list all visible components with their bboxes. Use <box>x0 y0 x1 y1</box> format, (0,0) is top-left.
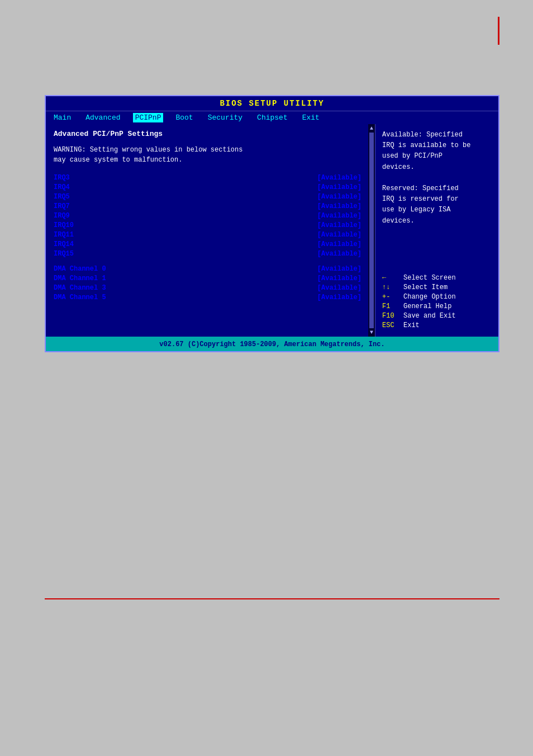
warning-line2: may cause system to malfunction. <box>54 156 182 164</box>
irq9-label: IRQ9 <box>54 212 70 220</box>
help-line-6: IRQ is reserved for <box>382 195 459 203</box>
scroll-up-arrow[interactable]: ▲ <box>370 125 373 131</box>
irq5-row[interactable]: IRQ5 [Available] <box>54 193 367 201</box>
irq11-value: [Available] <box>317 231 361 239</box>
irq-settings-group: IRQ3 [Available] IRQ4 [Available] IRQ5 [… <box>54 174 367 258</box>
help-description: Available: Specified IRQ is available to… <box>382 130 492 226</box>
menu-item-boot[interactable]: Boot <box>173 113 195 122</box>
key-desc-select-item: Select Item <box>403 284 448 291</box>
help-line-1: Available: Specified <box>382 131 463 139</box>
key-save-exit: F10 Save and Exit <box>382 312 492 320</box>
irq5-value: [Available] <box>317 193 361 201</box>
dma0-value: [Available] <box>317 265 361 273</box>
irq9-value: [Available] <box>317 212 361 220</box>
menu-item-security[interactable]: Security <box>206 113 245 122</box>
key-desc-save-exit: Save and Exit <box>403 312 456 320</box>
dma3-value: [Available] <box>317 284 361 292</box>
dma3-label: DMA Channel 3 <box>54 284 106 292</box>
irq4-label: IRQ4 <box>54 183 70 191</box>
key-desc-general-help: General Help <box>403 303 451 310</box>
menu-item-chipset[interactable]: Chipset <box>255 113 290 122</box>
irq3-label: IRQ3 <box>54 174 70 182</box>
main-content: Advanced PCI/PnP Settings WARNING: Setti… <box>46 124 498 337</box>
dma0-label: DMA Channel 0 <box>54 265 106 273</box>
dma5-value: [Available] <box>317 294 361 301</box>
irq10-row[interactable]: IRQ10 [Available] <box>54 221 367 229</box>
irq11-row[interactable]: IRQ11 [Available] <box>54 231 367 239</box>
right-panel: Available: Specified IRQ is available to… <box>375 124 498 337</box>
dma1-label: DMA Channel 1 <box>54 275 106 282</box>
footer-text: v02.67 (C)Copyright 1985-2009, American … <box>159 341 384 348</box>
key-symbol-arrow: ← <box>382 274 399 282</box>
irq15-label: IRQ15 <box>54 250 74 258</box>
help-line-3: used by PCI/PnP <box>382 152 442 160</box>
irq14-label: IRQ14 <box>54 240 74 248</box>
key-select-item: ↑↓ Select Item <box>382 284 492 291</box>
irq15-value: [Available] <box>317 250 361 258</box>
irq14-value: [Available] <box>317 240 361 248</box>
key-desc-select-screen: Select Screen <box>403 274 456 282</box>
bios-title: BIOS SETUP UTILITY <box>220 99 324 108</box>
key-desc-change-option: Change Option <box>403 293 456 301</box>
scrollbar[interactable]: ▲ ▼ <box>368 124 375 337</box>
key-esc-exit: ESC Exit <box>382 322 492 329</box>
irq14-row[interactable]: IRQ14 [Available] <box>54 240 367 248</box>
help-line-8: devices. <box>382 217 415 225</box>
menu-bar: Main Advanced PCIPnP Boot Security Chips… <box>46 111 498 124</box>
key-general-help: F1 General Help <box>382 303 492 310</box>
irq5-label: IRQ5 <box>54 193 70 201</box>
menu-item-main[interactable]: Main <box>51 113 73 122</box>
dma0-row[interactable]: DMA Channel 0 [Available] <box>54 265 367 273</box>
key-desc-esc-exit: Exit <box>403 322 420 329</box>
scroll-down-arrow[interactable]: ▼ <box>370 329 373 336</box>
warning-line1: WARNING: Setting wrong values in below s… <box>54 146 242 154</box>
irq10-label: IRQ10 <box>54 221 74 229</box>
dma3-row[interactable]: DMA Channel 3 [Available] <box>54 284 367 292</box>
section-title: Advanced PCI/PnP Settings <box>54 130 367 138</box>
irq15-row[interactable]: IRQ15 [Available] <box>54 250 367 258</box>
menu-item-pcipnp[interactable]: PCIPnP <box>133 113 164 122</box>
dma5-label: DMA Channel 5 <box>54 294 106 301</box>
irq7-label: IRQ7 <box>54 202 70 210</box>
irq11-label: IRQ11 <box>54 231 74 239</box>
red-vertical-line <box>498 17 499 45</box>
red-horizontal-line <box>45 598 499 599</box>
menu-item-advanced[interactable]: Advanced <box>83 113 122 122</box>
irq7-row[interactable]: IRQ7 [Available] <box>54 202 367 210</box>
help-line-2: IRQ is available to be <box>382 141 470 149</box>
key-symbol-f1: F1 <box>382 303 399 310</box>
dma-settings-group: DMA Channel 0 [Available] DMA Channel 1 … <box>54 265 367 301</box>
irq3-value: [Available] <box>317 174 361 182</box>
help-line-7: use by Legacy ISA <box>382 206 450 214</box>
irq9-row[interactable]: IRQ9 [Available] <box>54 212 367 220</box>
key-symbol-f10: F10 <box>382 312 399 320</box>
footer-bar: v02.67 (C)Copyright 1985-2009, American … <box>46 337 498 351</box>
left-panel: Advanced PCI/PnP Settings WARNING: Setti… <box>46 124 375 337</box>
key-help-section: ← Select Screen ↑↓ Select Item +- Change… <box>382 274 492 331</box>
key-change-option: +- Change Option <box>382 293 492 301</box>
bios-window: BIOS SETUP UTILITY Main Advanced PCIPnP … <box>45 95 499 352</box>
irq7-value: [Available] <box>317 202 361 210</box>
irq10-value: [Available] <box>317 221 361 229</box>
key-select-screen: ← Select Screen <box>382 274 492 282</box>
irq4-row[interactable]: IRQ4 [Available] <box>54 183 367 191</box>
irq3-row[interactable]: IRQ3 [Available] <box>54 174 367 182</box>
menu-item-exit[interactable]: Exit <box>300 113 322 122</box>
dma5-row[interactable]: DMA Channel 5 [Available] <box>54 294 367 301</box>
key-symbol-updown: ↑↓ <box>382 284 399 291</box>
dma1-row[interactable]: DMA Channel 1 [Available] <box>54 275 367 282</box>
key-symbol-plusminus: +- <box>382 293 399 301</box>
irq4-value: [Available] <box>317 183 361 191</box>
warning-text: WARNING: Setting wrong values in below s… <box>54 145 367 165</box>
key-symbol-esc: ESC <box>382 322 399 329</box>
page-background: BIOS SETUP UTILITY Main Advanced PCIPnP … <box>0 0 533 756</box>
dma1-value: [Available] <box>317 275 361 282</box>
help-line-5: Reserved: Specified <box>382 185 459 192</box>
help-line-4: devices. <box>382 163 415 171</box>
scroll-thumb[interactable] <box>369 133 374 328</box>
title-bar: BIOS SETUP UTILITY <box>46 96 498 111</box>
